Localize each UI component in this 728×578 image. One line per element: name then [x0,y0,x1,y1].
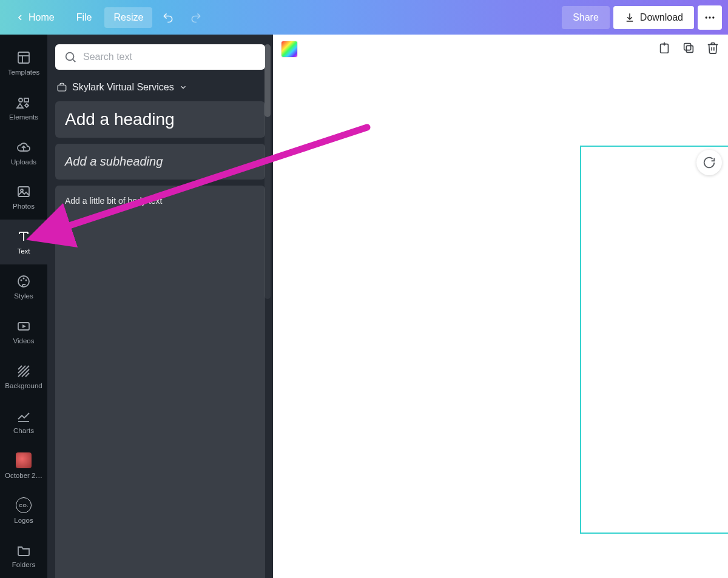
file-button[interactable]: File [67,7,101,28]
rail-elements-label: Elements [9,113,38,121]
panel-scroll-thumb[interactable] [265,44,271,117]
folder-thumb-icon [16,452,32,468]
rail-uploads-label: Uploads [11,158,36,166]
rail-videos[interactable]: Videos [0,309,47,354]
chevron-left-icon [15,13,25,22]
brand-label: Skylark Virtual Services [72,82,174,93]
search-icon [64,50,77,64]
templates-icon [16,50,31,65]
text-panel: Skylark Virtual Services Add a heading A… [47,35,273,578]
more-button[interactable] [698,5,722,30]
redo-icon [190,12,202,24]
brand-selector[interactable]: Skylark Virtual Services [56,82,265,93]
svg-line-26 [22,369,29,377]
logos-icon: CO. [16,497,32,513]
rail-october-label: October 2… [5,472,42,479]
undo-button[interactable] [156,7,180,29]
svg-point-7 [19,98,22,102]
top-bar: Home File Resize Share Download [0,0,728,35]
rail-logos-label: Logos [14,517,33,524]
brand-icon [56,82,67,93]
delete-page-button[interactable] [706,41,720,57]
panel-scrollbar[interactable] [265,44,271,299]
rail-templates-label: Templates [8,69,39,76]
search-box[interactable] [55,44,265,70]
background-icon [16,364,31,378]
svg-marker-22 [22,324,26,328]
add-body-label: Add a little bit of body text [65,196,162,578]
rail-charts[interactable]: Charts [0,399,47,444]
chevron-down-icon [179,83,187,92]
svg-point-3 [712,16,714,18]
svg-point-1 [706,16,707,18]
trash-icon [706,41,720,55]
svg-line-30 [73,59,75,62]
rail-photos[interactable]: Photos [0,175,47,220]
folders-icon [16,543,31,557]
search-input[interactable] [83,52,257,62]
share-button[interactable]: Share [562,6,610,29]
text-icon [16,229,31,244]
svg-marker-9 [17,104,23,108]
refresh-icon [703,156,716,169]
svg-point-29 [66,53,74,61]
topbar-right: Share Download [562,5,722,30]
left-rail: Templates Elements Uploads Photos Text S… [0,35,47,578]
rail-charts-label: Charts [13,427,34,434]
duplicate-page-button[interactable] [682,41,695,57]
rail-background-label: Background [5,382,42,389]
file-label: File [76,12,92,23]
videos-icon [16,319,31,334]
svg-point-2 [709,16,710,18]
svg-rect-8 [24,98,29,102]
rail-styles[interactable]: Styles [0,264,47,309]
svg-line-23 [18,366,22,369]
canvas-toolbar [273,35,728,64]
charts-icon [16,409,31,423]
rail-text-label: Text [17,247,30,255]
svg-point-20 [25,280,27,281]
uploads-icon [16,140,31,155]
resize-button[interactable]: Resize [104,7,152,28]
add-subheading-label: Add a subheading [65,155,163,168]
add-body-text-button[interactable]: Add a little bit of body text [55,186,265,578]
rail-background[interactable]: Background [0,354,47,399]
refresh-fab[interactable] [696,150,722,175]
photos-icon [16,184,31,199]
rail-videos-label: Videos [13,337,35,344]
styles-icon [16,274,31,289]
rail-folders[interactable]: Folders [0,533,47,578]
rail-folders-label: Folders [12,561,35,568]
add-subheading-button[interactable]: Add a subheading [55,144,265,180]
download-icon [624,12,635,23]
add-page-button[interactable] [658,41,671,57]
elements-icon [16,95,31,110]
add-heading-button[interactable]: Add a heading [55,101,265,138]
duplicate-icon [682,41,695,55]
redo-button[interactable] [184,7,208,29]
canvas-area [273,35,728,578]
home-button[interactable]: Home [6,7,64,28]
add-page-icon [658,41,671,55]
canvas-page[interactable] [580,146,728,534]
rail-text[interactable]: Text [0,220,47,264]
rail-elements[interactable]: Elements [0,86,47,130]
svg-rect-4 [18,52,29,63]
home-label: Home [29,12,55,23]
rail-styles-label: Styles [14,292,33,300]
rail-templates[interactable]: Templates [0,41,47,86]
canvas-toolbar-right [658,41,720,57]
download-label: Download [640,12,683,23]
svg-point-18 [21,280,22,281]
svg-rect-36 [684,43,691,50]
rail-october[interactable]: October 2… [0,443,47,488]
background-color-swatch[interactable] [281,41,297,57]
share-label: Share [573,12,599,22]
ellipsis-icon [704,12,716,24]
svg-line-24 [18,366,25,373]
download-button[interactable]: Download [613,6,694,29]
rail-logos[interactable]: CO. Logos [0,488,47,533]
svg-line-27 [25,373,29,377]
rail-uploads[interactable]: Uploads [0,130,47,175]
resize-label: Resize [113,12,143,23]
